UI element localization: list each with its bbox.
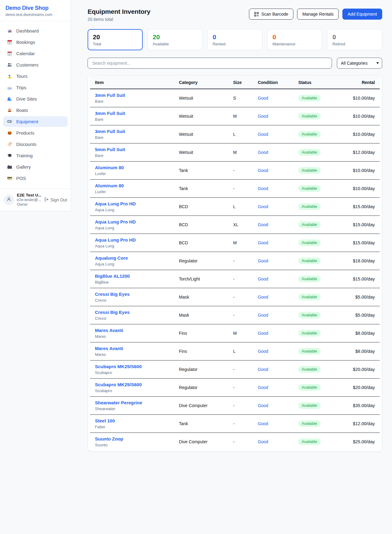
item-condition-link[interactable]: Good xyxy=(258,96,268,101)
item-brand: Aqua Lung xyxy=(95,244,169,248)
status-badge: Available xyxy=(298,402,321,409)
search-input[interactable] xyxy=(88,58,332,69)
sidebar-item-dive-sites[interactable]: Dive Sites xyxy=(3,93,68,104)
sidebar: Demo Dive Shop demo.test.divestreams.com… xyxy=(0,0,71,211)
item-size: - xyxy=(228,270,253,288)
item-name-link[interactable]: Mares Avanti xyxy=(95,346,123,351)
package-icon xyxy=(7,130,12,135)
item-condition-link[interactable]: Good xyxy=(258,168,268,173)
item-category: Regulator xyxy=(174,360,228,379)
sidebar-item-products[interactable]: Products xyxy=(3,128,68,138)
item-condition-link[interactable]: Good xyxy=(258,421,268,426)
sidebar-item-customers[interactable]: Customers xyxy=(3,59,68,70)
item-condition-link[interactable]: Good xyxy=(258,222,268,227)
item-condition-link[interactable]: Good xyxy=(258,277,268,281)
condition-cell: Good xyxy=(253,162,293,180)
sidebar-item-tours[interactable]: Tours xyxy=(3,71,68,82)
condition-cell: Good xyxy=(253,324,293,342)
item-name-link[interactable]: Aqua Lung Pro HD xyxy=(95,237,136,242)
condition-cell: Good xyxy=(253,180,293,198)
item-rental: $12.00/day xyxy=(331,415,380,433)
brand: Demo Dive Shop demo.test.divestreams.com xyxy=(0,0,71,21)
item-name-link[interactable]: Cressi Big Eyes xyxy=(95,310,130,315)
sidebar-nav: Dashboard17BookingsCalendarCustomersTour… xyxy=(0,21,71,187)
stat-value: 20 xyxy=(153,33,198,41)
brand-domain: demo.test.divestreams.com xyxy=(6,13,65,17)
item-name-link[interactable]: 5mm Full Suit xyxy=(95,147,125,152)
item-condition-link[interactable]: Good xyxy=(258,240,268,245)
item-condition-link[interactable]: Good xyxy=(258,403,268,408)
scan-barcode-button[interactable]: Scan Barcode xyxy=(249,9,293,20)
item-name-link[interactable]: Mares Avanti xyxy=(95,328,123,333)
item-condition-link[interactable]: Good xyxy=(258,114,268,119)
item-cell: Aqua Lung Pro HD Aqua Lung xyxy=(90,234,174,252)
sidebar-item-label: Products xyxy=(16,130,34,135)
item-brand: Luxfer xyxy=(95,189,169,194)
item-condition-link[interactable]: Good xyxy=(258,331,268,336)
stat-card-available[interactable]: 20 Available xyxy=(148,29,203,50)
item-brand: Bare xyxy=(95,153,169,158)
item-name-link[interactable]: Suunto Zoop xyxy=(95,436,123,441)
sidebar-item-equipment[interactable]: Equipment xyxy=(3,116,68,127)
item-name-link[interactable]: Aqua Lung Pro HD xyxy=(95,219,136,224)
item-name-link[interactable]: Aqua Lung Pro HD xyxy=(95,201,136,206)
stat-card-retired[interactable]: 0 Retired xyxy=(327,29,382,50)
table-head: Item Category Size Condition Status Rent… xyxy=(90,76,380,89)
sidebar-item-bookings[interactable]: 17Bookings xyxy=(3,37,68,48)
sidebar-item-gallery[interactable]: Gallery xyxy=(3,162,68,172)
item-condition-link[interactable]: Good xyxy=(258,349,268,354)
sidebar-item-pos[interactable]: POS xyxy=(3,173,68,184)
item-name-link[interactable]: Aluminum 80 xyxy=(95,165,124,170)
item-condition-link[interactable]: Good xyxy=(258,150,268,155)
item-condition-link[interactable]: Good xyxy=(258,258,268,263)
item-condition-link[interactable]: Good xyxy=(258,186,268,191)
condition-cell: Good xyxy=(253,342,293,360)
column-header-category: Category xyxy=(174,76,228,89)
item-name-link[interactable]: Aqualung Core xyxy=(95,255,128,261)
item-name-link[interactable]: Steel 100 xyxy=(95,418,115,423)
item-category: Torch/Light xyxy=(174,270,228,288)
item-name-link[interactable]: Cressi Big Eyes xyxy=(95,292,130,297)
item-condition-link[interactable]: Good xyxy=(258,439,268,444)
item-name-link[interactable]: Shearwater Peregrine xyxy=(95,400,142,405)
stat-card-rented[interactable]: 0 Rented xyxy=(207,29,262,50)
item-cell: Scubapro MK25/S600 Scubapro xyxy=(90,360,174,379)
sidebar-item-calendar[interactable]: Calendar xyxy=(3,48,68,59)
item-cell: Aluminum 80 Luxfer xyxy=(90,162,174,180)
item-name-link[interactable]: Aluminum 80 xyxy=(95,183,124,188)
item-condition-link[interactable]: Good xyxy=(258,132,268,137)
stat-card-total[interactable]: 20 Total xyxy=(88,29,143,50)
item-condition-link[interactable]: Good xyxy=(258,204,268,209)
item-name-link[interactable]: 3mm Full Suit xyxy=(95,129,125,134)
item-condition-link[interactable]: Good xyxy=(258,313,268,318)
item-category: Mask xyxy=(174,288,228,306)
sidebar-item-training[interactable]: Training xyxy=(3,150,68,161)
sidebar-item-discounts[interactable]: Discounts xyxy=(3,139,68,150)
sidebar-item-label: Gallery xyxy=(16,164,31,170)
item-name-link[interactable]: Scubapro MK25/S600 xyxy=(95,382,142,387)
sidebar-item-trips[interactable]: Trips xyxy=(3,82,68,93)
add-equipment-button[interactable]: Add Equipment xyxy=(342,9,382,20)
item-category: Regulator xyxy=(174,379,228,397)
item-cell: BigBlue AL1200 BigBlue xyxy=(90,270,174,288)
status-badge: Available xyxy=(298,257,321,264)
brand-name[interactable]: Demo Dive Shop xyxy=(6,5,65,11)
credit-card-icon xyxy=(7,176,12,181)
stat-card-maintenance[interactable]: 0 Maintenance xyxy=(267,29,322,50)
item-condition-link[interactable]: Good xyxy=(258,367,268,372)
item-name-link[interactable]: BigBlue AL1200 xyxy=(95,273,130,279)
table-row: Cressi Big Eyes Cressi Mask - Good Avail… xyxy=(90,288,380,306)
sign-out-button[interactable]: Sign Out xyxy=(44,197,67,203)
item-name-link[interactable]: 3mm Full Suit xyxy=(95,93,125,98)
sidebar-item-dashboard[interactable]: Dashboard xyxy=(3,25,68,36)
item-name-link[interactable]: 3mm Full Suit xyxy=(95,111,125,116)
item-cell: 5mm Full Suit Bare xyxy=(90,143,174,162)
category-select[interactable]: All Categories xyxy=(337,58,382,69)
item-condition-link[interactable]: Good xyxy=(258,295,268,299)
item-condition-link[interactable]: Good xyxy=(258,385,268,390)
item-brand: BigBlue xyxy=(95,280,169,284)
sidebar-item-boats[interactable]: Boats xyxy=(3,105,68,116)
manage-rentals-button[interactable]: Manage Rentals xyxy=(297,9,339,20)
status-badge: Available xyxy=(298,131,321,138)
item-name-link[interactable]: Scubapro MK25/S600 xyxy=(95,364,142,369)
